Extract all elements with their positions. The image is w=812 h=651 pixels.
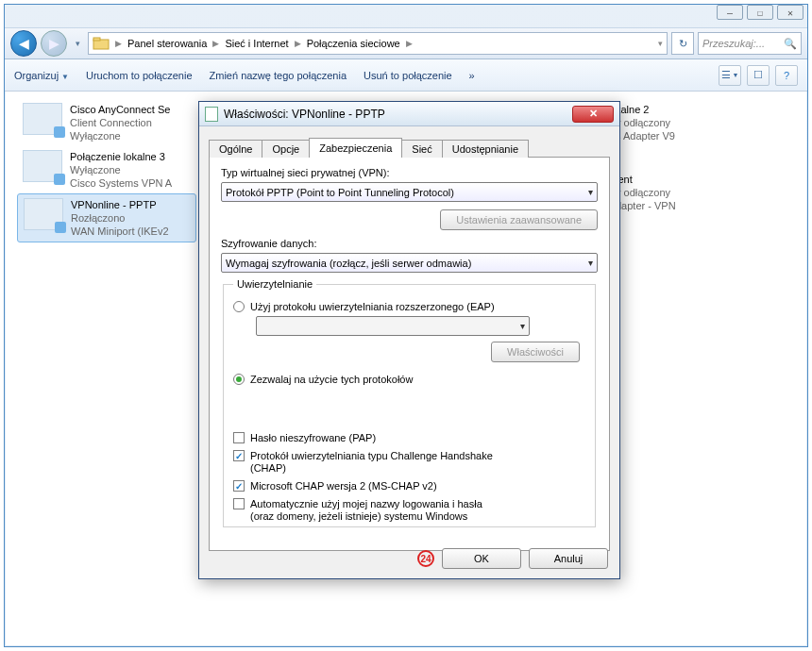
view-options-button[interactable]: ☰▼ [719, 65, 741, 86]
refresh-button[interactable]: ↻ [671, 32, 694, 55]
chevron-right-icon: ▶ [115, 39, 122, 48]
chap-label: Protokół uwierzytelniania typu Challenge… [250, 450, 496, 475]
connection-icon [24, 198, 63, 230]
connection-line2: y odłączony [616, 186, 676, 199]
cancel-button[interactable]: Anuluj [529, 548, 608, 569]
eap-radio[interactable] [233, 301, 245, 312]
allow-protocols-radio[interactable] [233, 374, 245, 385]
connection-line2: Rozłączono [71, 211, 169, 225]
vpn-type-label: Typ wirtualnej sieci prywatnej (VPN): [221, 167, 598, 178]
connection-status: dapter - VPN [616, 199, 676, 212]
properties-dialog: Właściwości: VPNonline - PPTP ✕ Ogólne O… [198, 101, 620, 579]
step-annotation: 24 [417, 550, 434, 567]
connection-status: Cisco Systems VPN A [70, 176, 172, 190]
folder-icon [93, 35, 110, 52]
connection-name: Połączenie lokalne 3 [70, 150, 172, 163]
vpn-type-dropdown[interactable]: Protokół PPTP (Point to Point Tunneling … [221, 182, 598, 202]
mschap-checkbox[interactable] [233, 480, 245, 492]
command-bar: Organizuj▼ Uruchom to połączenie Zmień n… [5, 59, 807, 92]
connection-item[interactable]: kalne 2 y odłączony s Adapter V9 [610, 99, 799, 146]
window-titlebar: — ☐ ✕ [5, 5, 807, 27]
chevron-right-icon: ▶ [212, 39, 219, 48]
close-button[interactable]: ✕ [777, 5, 804, 20]
minimize-button[interactable]: — [717, 5, 743, 20]
connection-status: WAN Miniport (IKEv2 [71, 225, 169, 238]
help-button[interactable]: ? [775, 65, 798, 86]
pap-checkbox[interactable] [233, 432, 245, 443]
eap-radio-label: Użyj protokołu uwierzytelniania rozszerz… [250, 301, 495, 312]
connection-name: kalne 2 [616, 103, 675, 116]
eap-properties-button: Właściwości [491, 342, 580, 362]
nav-forward-button[interactable]: ▶ [41, 30, 67, 57]
breadcrumb-item[interactable]: Sieć i Internet [225, 38, 288, 49]
dialog-close-button[interactable]: ✕ [572, 106, 614, 123]
nav-history-dropdown[interactable]: ▾ [71, 34, 84, 53]
tab-sharing[interactable]: Udostępnianie [442, 140, 529, 158]
tab-security[interactable]: Zabezpieczenia [309, 138, 402, 158]
eap-method-dropdown [256, 316, 530, 336]
connection-icon [23, 150, 62, 182]
chevron-right-icon: ▶ [295, 39, 301, 48]
auto-credentials-label: Automatycznie użyj mojej nazwy logowania… [250, 498, 486, 523]
authentication-group: Uwierzytelnianie Użyj protokołu uwierzyt… [223, 278, 596, 527]
connection-name: VPNonline - PPTP [71, 198, 169, 211]
tab-options[interactable]: Opcje [262, 140, 310, 158]
connection-item[interactable]: Połączenie lokalne 3 Wyłączone Cisco Sys… [17, 146, 196, 193]
connection-status: s Adapter V9 [616, 129, 675, 142]
tab-strip: Ogólne Opcje Zabezpieczenia Sieć Udostęp… [209, 134, 610, 157]
chevron-right-icon: ▶ [406, 39, 413, 48]
rename-connection-button[interactable]: Zmień nazwę tego połączenia [210, 70, 347, 81]
dialog-titlebar: Właściwości: VPNonline - PPTP ✕ [199, 102, 619, 126]
search-icon: 🔍 [784, 38, 797, 50]
connection-line2: Wyłączone [70, 163, 172, 176]
connection-name: Cisco AnyConnect Se [70, 103, 170, 116]
organize-menu[interactable]: Organizuj▼ [14, 70, 69, 81]
maximize-button[interactable]: ☐ [747, 5, 773, 20]
tab-panel-security: Typ wirtualnej sieci prywatnej (VPN): Pr… [209, 157, 610, 551]
connection-status: Wyłączone [70, 129, 170, 142]
address-bar[interactable]: ▶ Panel sterowania ▶ Sieć i Internet ▶ P… [88, 32, 668, 55]
connection-list-col2: kalne 2 y odłączony s Adapter V9 ient y … [610, 99, 799, 216]
connection-name: ient [616, 173, 676, 186]
dialog-title: Właściwości: VPNonline - PPTP [224, 108, 385, 121]
ok-button[interactable]: OK [442, 548, 521, 569]
mschap-label: Microsoft CHAP wersja 2 (MS-CHAP v2) [250, 480, 437, 492]
svg-rect-1 [93, 38, 100, 41]
explorer-window: — ☐ ✕ ◀ ▶ ▾ ▶ Panel sterowania ▶ Sieć i … [4, 4, 808, 647]
dialog-footer: 24 OK Anuluj [417, 548, 608, 569]
more-menu[interactable]: » [469, 70, 475, 81]
connection-item[interactable]: ient y odłączony dapter - VPN [610, 169, 799, 216]
search-input[interactable]: Przeszukaj:... 🔍 [698, 32, 802, 55]
auto-credentials-checkbox[interactable] [233, 498, 245, 509]
allow-protocols-label: Zezwalaj na użycie tych protokołów [250, 374, 413, 385]
chevron-down-icon[interactable]: ▾ [658, 39, 663, 48]
chap-checkbox[interactable] [233, 450, 245, 461]
encryption-label: Szyfrowanie danych: [221, 238, 598, 249]
tab-general[interactable]: Ogólne [209, 140, 262, 158]
pap-label: Hasło nieszyfrowane (PAP) [250, 432, 376, 444]
nav-bar: ◀ ▶ ▾ ▶ Panel sterowania ▶ Sieć i Intern… [5, 27, 807, 59]
tab-network[interactable]: Sieć [401, 140, 442, 158]
connection-item-selected[interactable]: VPNonline - PPTP Rozłączono WAN Miniport… [17, 193, 196, 242]
connection-item[interactable]: Cisco AnyConnect Se Client Connection Wy… [17, 99, 196, 146]
connection-line2: y odłączony [616, 116, 675, 129]
delete-connection-button[interactable]: Usuń to połączenie [364, 70, 452, 81]
advanced-settings-button[interactable]: Ustawienia zaawansowane [440, 209, 598, 230]
encryption-dropdown[interactable]: Wymagaj szyfrowania (rozłącz, jeśli serw… [221, 253, 598, 273]
authentication-legend: Uwierzytelnianie [233, 278, 316, 290]
document-icon [205, 107, 218, 122]
preview-pane-button[interactable]: ☐ [747, 65, 770, 86]
search-placeholder: Przeszukaj:... [702, 38, 765, 49]
breadcrumb-item[interactable]: Panel sterowania [127, 38, 207, 49]
connection-icon [23, 103, 62, 135]
connection-line2: Client Connection [70, 116, 170, 129]
breadcrumb-item[interactable]: Połączenia sieciowe [307, 38, 400, 49]
nav-back-button[interactable]: ◀ [10, 30, 37, 57]
start-connection-button[interactable]: Uruchom to połączenie [86, 70, 193, 81]
